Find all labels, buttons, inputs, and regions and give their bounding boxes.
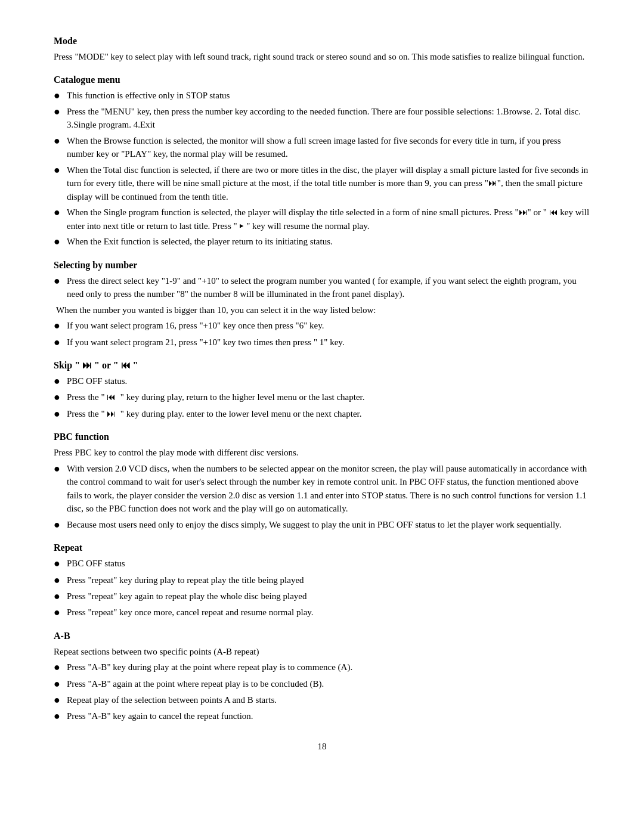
bullet-text: Because most users need only to enjoy th… — [67, 518, 590, 532]
bullet-text: When the Exit function is selected, the … — [67, 235, 590, 249]
bullet-icon: ● — [54, 89, 67, 103]
bullet-text: When the Total disc function is selected… — [67, 163, 590, 204]
list-item: ● Press "repeat" key once more, cancel r… — [54, 606, 590, 619]
bullet-text: PBC OFF status — [67, 557, 590, 571]
bullet-text: Press the direct select key "1-9" and "+… — [67, 274, 590, 301]
section-title-pbc-function: PBC function — [54, 432, 590, 442]
list-item: ● Press the " ⏭ " key during play. enter… — [54, 407, 590, 421]
bullet-text: Press "A-B" key during play at the point… — [67, 661, 590, 674]
bullet-text: Press the " ⏮ " key during play, return … — [67, 390, 590, 404]
section-catalogue-menu: Catalogue menu ● This function is effect… — [54, 75, 590, 249]
bullet-icon: ● — [54, 518, 67, 532]
list-item: ● Press "A-B" key again to cancel the re… — [54, 709, 590, 723]
bullet-icon: ● — [54, 134, 67, 148]
bullet-text: Press the " ⏭ " key during play. enter t… — [67, 407, 590, 421]
section-mode: Mode Press "MODE" key to select play wit… — [54, 36, 590, 64]
list-item: ● Press "A-B" key during play at the poi… — [54, 661, 590, 674]
bullet-text: If you want select program 21, press "+1… — [67, 336, 590, 349]
bullet-text: Press "repeat" key during play to repeat… — [67, 573, 590, 587]
list-item: ● When the Exit function is selected, th… — [54, 235, 590, 249]
section-title-skip: Skip " ⏭ " or " ⏮ " — [54, 360, 590, 371]
section-title-catalogue-menu: Catalogue menu — [54, 75, 590, 85]
bullet-icon: ● — [54, 235, 67, 249]
list-item: ● Press "repeat" key during play to repe… — [54, 573, 590, 587]
bullet-icon: ● — [54, 677, 67, 691]
bullet-text: Press "A-B" again at the point where rep… — [67, 677, 590, 691]
page-number: 18 — [54, 742, 590, 752]
bullet-text: When the Single program function is sele… — [67, 206, 590, 232]
bullet-icon: ● — [54, 274, 67, 288]
section-repeat: Repeat ● PBC OFF status ● Press "repeat"… — [54, 542, 590, 620]
list-item: ● Because most users need only to enjoy … — [54, 518, 590, 532]
list-item: ● When the Single program function is se… — [54, 206, 590, 232]
list-item: ● PBC OFF status. — [54, 374, 590, 388]
list-item: ● This function is effective only in STO… — [54, 89, 590, 103]
section-body-pbc-function: Press PBC key to control the play mode w… — [54, 446, 590, 460]
section-title-repeat: Repeat — [54, 542, 590, 553]
list-item: ● With version 2.0 VCD discs, when the n… — [54, 462, 590, 516]
bullet-icon: ● — [54, 661, 67, 674]
bullet-icon: ● — [54, 390, 67, 404]
list-item: ● Press the "MENU" key, then press the n… — [54, 105, 590, 132]
bullet-text: Press the "MENU" key, then press the num… — [67, 105, 590, 132]
bullet-icon: ● — [54, 709, 67, 723]
list-item: ● If you want select program 21, press "… — [54, 336, 590, 349]
bullet-icon: ● — [54, 374, 67, 388]
section-selecting-by-number: Selecting by number ● Press the direct s… — [54, 260, 590, 349]
section-title-selecting-by-number: Selecting by number — [54, 260, 590, 271]
bullet-text: If you want select program 16, press "+1… — [67, 319, 590, 333]
bullet-text: Press "repeat" key again to repeat play … — [67, 590, 590, 603]
section-title-ab: A-B — [54, 631, 590, 641]
bullet-text: Press "A-B" key again to cancel the repe… — [67, 709, 590, 723]
list-item: ● Repeat play of the selection between p… — [54, 693, 590, 707]
section-skip: Skip " ⏭ " or " ⏮ " ● PBC OFF status. ● … — [54, 360, 590, 421]
bullet-icon: ● — [54, 336, 67, 349]
bullet-text: PBC OFF status. — [67, 374, 590, 388]
bullet-icon: ● — [54, 606, 67, 619]
bullet-icon: ● — [54, 407, 67, 421]
bullet-icon: ● — [54, 573, 67, 587]
section-ab: A-B Repeat sections between two specific… — [54, 631, 590, 724]
bullet-icon: ● — [54, 319, 67, 333]
bullet-icon: ● — [54, 462, 67, 476]
list-item: ● Press "A-B" again at the point where r… — [54, 677, 590, 691]
bullet-icon: ● — [54, 693, 67, 707]
bullet-text: Press "repeat" key once more, cancel rep… — [67, 606, 590, 619]
sub-intro-selecting: When the number you wanted is bigger tha… — [54, 303, 590, 317]
section-pbc-function: PBC function Press PBC key to control th… — [54, 432, 590, 532]
list-item: ● PBC OFF status — [54, 557, 590, 571]
section-body-mode: Press "MODE" key to select play with lef… — [54, 50, 590, 64]
page: Mode Press "MODE" key to select play wit… — [0, 0, 644, 834]
list-item: ● Press "repeat" key again to repeat pla… — [54, 590, 590, 603]
bullet-icon: ● — [54, 206, 67, 219]
list-item: ● When the Browse function is selected, … — [54, 134, 590, 161]
bullet-text: Repeat play of the selection between poi… — [67, 693, 590, 707]
bullet-text: When the Browse function is selected, th… — [67, 134, 590, 161]
bullet-text: With version 2.0 VCD discs, when the num… — [67, 462, 590, 516]
bullet-icon: ● — [54, 163, 67, 177]
list-item: ● When the Total disc function is select… — [54, 163, 590, 204]
list-item: ● Press the " ⏮ " key during play, retur… — [54, 390, 590, 404]
list-item: ● Press the direct select key "1-9" and … — [54, 274, 590, 301]
bullet-icon: ● — [54, 590, 67, 603]
bullet-text: This function is effective only in STOP … — [67, 89, 590, 103]
section-title-mode: Mode — [54, 36, 590, 46]
bullet-icon: ● — [54, 557, 67, 571]
section-body-ab: Repeat sections between two specific poi… — [54, 645, 590, 659]
bullet-icon: ● — [54, 105, 67, 119]
list-item: ● If you want select program 16, press "… — [54, 319, 590, 333]
